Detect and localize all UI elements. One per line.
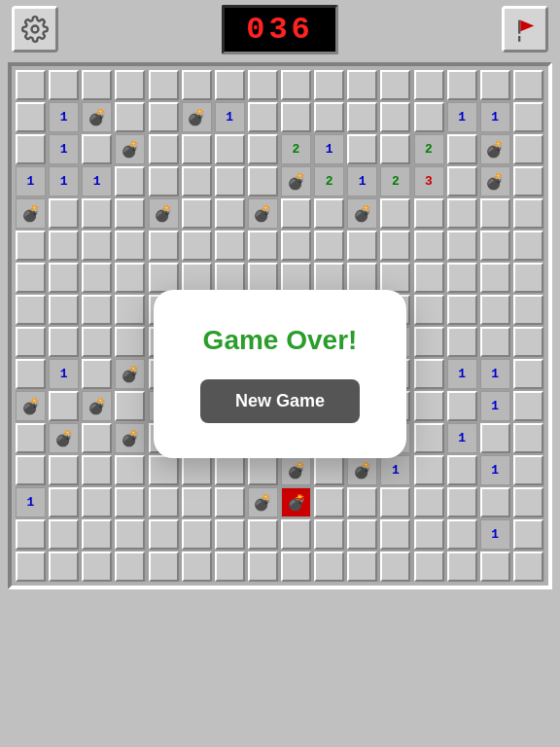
- game-over-modal: Game Over! New Game: [154, 290, 406, 458]
- game-over-title: Game Over!: [200, 325, 360, 356]
- new-game-button[interactable]: New Game: [200, 379, 360, 423]
- modal-overlay: Game Over! New Game: [0, 0, 560, 747]
